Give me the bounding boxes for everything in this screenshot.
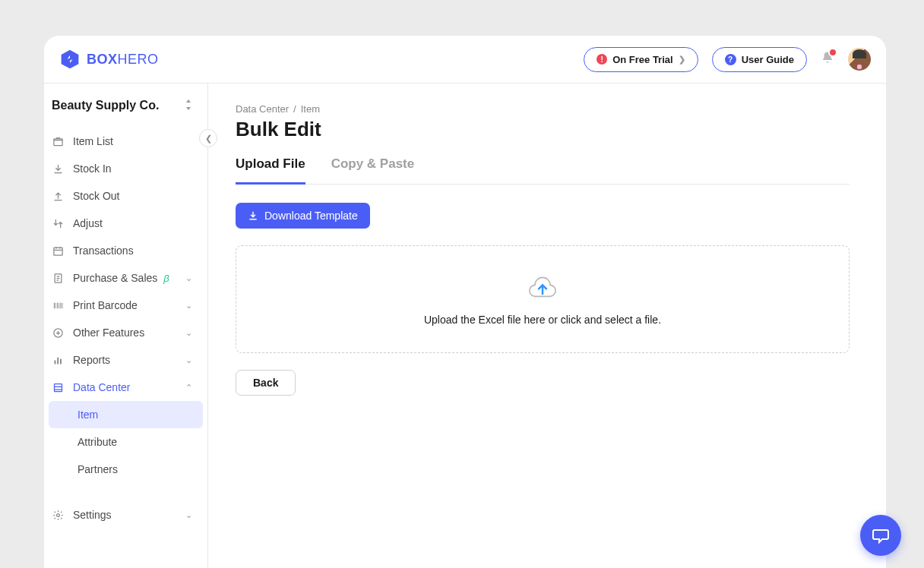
tabs: Upload File Copy & Paste	[236, 156, 850, 185]
document-icon	[52, 272, 64, 284]
sidebar-item-item-list[interactable]: Item List	[44, 128, 207, 155]
sidebar-item-stock-in[interactable]: Stock In	[44, 155, 207, 182]
box-icon	[52, 135, 64, 147]
svg-rect-11	[54, 360, 55, 364]
sidebar-item-other-features[interactable]: Other Features ⌄	[44, 319, 207, 346]
user-guide-button[interactable]: ? User Guide	[712, 47, 807, 72]
trial-label: On Free Trial	[612, 54, 672, 65]
logo-text: BOXHERO	[87, 52, 159, 68]
chevron-left-icon: ❮	[205, 134, 212, 144]
barcode-icon	[52, 299, 64, 311]
sidebar-item-label: Data Center	[73, 381, 130, 393]
download-icon	[248, 210, 258, 221]
sidebar-item-label: Reports	[73, 354, 110, 366]
breadcrumb-current: Item	[301, 103, 320, 115]
sidebar-item-label: Stock Out	[73, 190, 119, 202]
logo-icon	[59, 49, 81, 70]
sidebar-item-settings[interactable]: Settings ⌄	[44, 501, 207, 529]
notifications-button[interactable]	[821, 51, 834, 68]
cloud-upload-icon	[527, 273, 558, 300]
team-selector[interactable]: Beauty Supply Co.	[44, 99, 207, 125]
breadcrumb-parent[interactable]: Data Center	[236, 103, 289, 115]
logo[interactable]: BOXHERO	[59, 49, 159, 70]
chevron-down-icon: ⌄	[185, 301, 192, 311]
svg-rect-9	[62, 302, 63, 308]
sidebar-item-label: Settings	[73, 509, 112, 521]
help-icon: ?	[725, 54, 736, 65]
svg-rect-6	[57, 302, 58, 308]
avatar[interactable]	[848, 48, 871, 71]
plus-circle-icon	[52, 327, 64, 339]
database-icon	[52, 381, 64, 393]
chevron-up-icon: ⌃	[185, 383, 192, 393]
sort-icon	[185, 99, 192, 112]
subnav-item-attribute[interactable]: Attribute	[49, 428, 203, 456]
chevron-down-icon: ⌄	[185, 328, 192, 338]
svg-rect-12	[57, 357, 59, 364]
sidebar-item-data-center[interactable]: Data Center ⌃	[44, 374, 207, 401]
sidebar-item-adjust[interactable]: Adjust	[44, 210, 207, 237]
sidebar-item-stock-out[interactable]: Stock Out	[44, 182, 207, 210]
chat-icon	[872, 526, 890, 544]
back-button[interactable]: Back	[236, 370, 296, 396]
dropzone-text: Upload the Excel file here or click and …	[424, 314, 661, 326]
subnav-item-partners[interactable]: Partners	[49, 456, 203, 483]
sidebar-item-transactions[interactable]: Transactions	[44, 237, 207, 264]
download-icon	[52, 163, 64, 175]
download-template-button[interactable]: Download Template	[236, 203, 370, 229]
tab-copy-paste[interactable]: Copy & Paste	[331, 156, 415, 185]
breadcrumb: Data Center / Item	[236, 103, 850, 115]
trial-button[interactable]: ! On Free Trial ❯	[584, 47, 698, 72]
svg-rect-4	[53, 302, 54, 308]
upload-icon	[52, 190, 64, 202]
adjust-icon	[52, 217, 64, 229]
user-guide-label: User Guide	[742, 54, 794, 65]
topbar: BOXHERO ! On Free Trial ❯ ? User Guide	[44, 36, 886, 84]
gear-icon	[52, 509, 64, 521]
sidebar-item-label: Purchase & Sales	[73, 272, 157, 284]
svg-rect-13	[60, 358, 62, 364]
chart-icon	[52, 354, 64, 366]
chevron-right-icon: ❯	[679, 55, 685, 65]
svg-rect-7	[59, 302, 59, 308]
sidebar-item-purchase-sales[interactable]: Purchase & Sales β ⌄	[44, 264, 207, 292]
sidebar-item-label: Transactions	[73, 245, 134, 257]
team-name: Beauty Supply Co.	[52, 99, 159, 112]
chevron-down-icon: ⌄	[185, 355, 192, 365]
download-template-label: Download Template	[264, 210, 358, 222]
sidebar-item-label: Stock In	[73, 163, 112, 175]
sidebar-collapse-button[interactable]: ❮	[199, 129, 217, 147]
subnav-item-item[interactable]: Item	[49, 401, 203, 428]
sidebar-item-label: Adjust	[73, 217, 103, 229]
notification-badge	[828, 48, 837, 57]
page-title: Bulk Edit	[236, 118, 850, 141]
nav-list: Item List Stock In Stock Out Adjust Tran…	[44, 125, 207, 532]
beta-badge: β	[163, 273, 169, 284]
svg-marker-0	[62, 50, 79, 69]
subnav: Item Attribute Partners	[44, 401, 207, 483]
sidebar-item-reports[interactable]: Reports ⌄	[44, 346, 207, 374]
file-dropzone[interactable]: Upload the Excel file here or click and …	[236, 245, 850, 353]
chevron-down-icon: ⌄	[185, 510, 192, 520]
breadcrumb-separator: /	[293, 103, 296, 115]
svg-rect-8	[60, 302, 61, 308]
sidebar-item-label: Item List	[73, 135, 113, 147]
svg-point-15	[56, 513, 59, 516]
sidebar-item-label: Print Barcode	[73, 299, 138, 311]
tab-upload-file[interactable]: Upload File	[236, 156, 305, 185]
sidebar-item-print-barcode[interactable]: Print Barcode ⌄	[44, 292, 207, 319]
svg-rect-5	[55, 302, 56, 308]
calendar-icon	[52, 245, 64, 257]
svg-rect-14	[54, 383, 62, 391]
sidebar: Beauty Supply Co. Item List Stock In Sto…	[44, 84, 208, 568]
svg-rect-2	[53, 248, 62, 255]
sidebar-item-label: Other Features	[73, 327, 144, 339]
chat-button[interactable]	[860, 515, 901, 556]
alert-icon: !	[596, 54, 607, 65]
chevron-down-icon: ⌄	[185, 273, 192, 283]
main-content: Data Center / Item Bulk Edit Upload File…	[208, 84, 886, 568]
